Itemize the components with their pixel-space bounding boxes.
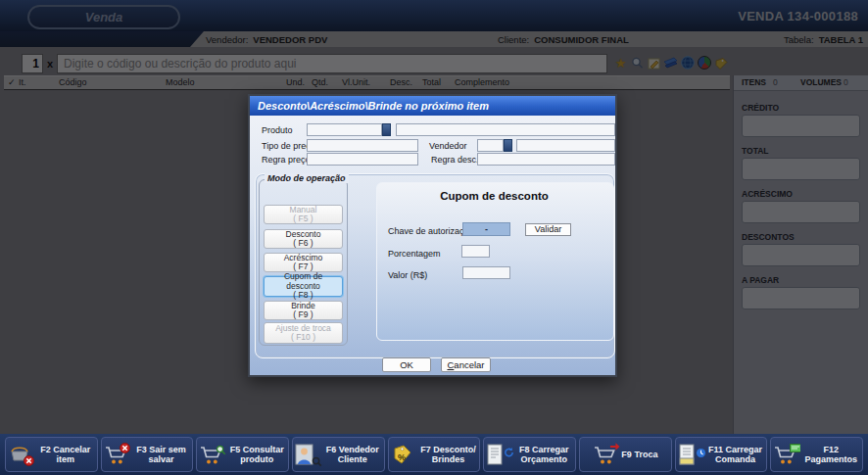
svg-text:%: %	[398, 452, 406, 462]
f3-sair-sem-salvar-button[interactable]: F3 Sair sem salvar	[101, 437, 194, 472]
button-text: F5 Consultar produto	[227, 445, 286, 464]
porcentagem-input[interactable]	[461, 245, 490, 258]
vendedor-name-input[interactable]	[516, 139, 615, 152]
produto-label: Produto	[262, 125, 293, 135]
button-text: F11 Carregar Comanda	[706, 445, 765, 464]
chave-autorizacao-label: Chave de autorização	[388, 226, 474, 236]
chave-autorizacao-input[interactable]	[462, 222, 510, 236]
f12-pagamentos-button[interactable]: F12 Pagamentos	[770, 437, 863, 472]
cart-cancel-icon	[104, 444, 128, 466]
vendedor-field-label: Vendedor	[429, 141, 467, 151]
button-text: F3 Sair sem salvar	[132, 445, 191, 464]
ok-button[interactable]: OK	[382, 357, 431, 372]
vendedor-code-input[interactable]	[477, 139, 504, 152]
produto-desc-input[interactable]	[396, 123, 615, 136]
discount-dialog: Desconto\Acréscimo\Brinde no próximo ite…	[248, 94, 617, 377]
cupom-heading: Cupom de desconto	[376, 190, 612, 202]
regra-preco-input[interactable]	[307, 153, 418, 166]
produto-code-input[interactable]	[307, 123, 382, 136]
valor-input[interactable]	[462, 266, 510, 279]
mode-desconto-button[interactable]: Desconto( F6 )	[264, 229, 343, 249]
tipo-preco-input[interactable]	[307, 139, 418, 152]
mode-ajuste-troca-button: Ajuste de troca( F10 )	[264, 322, 343, 344]
cupom-panel	[376, 182, 614, 341]
person-search-icon	[295, 444, 319, 466]
f2-cancelar-item-button[interactable]: F2 Cancelar item	[5, 437, 98, 472]
produto-lookup-button[interactable]	[382, 123, 391, 136]
valor-label: Valor (R$)	[388, 270, 427, 280]
regra-desc-input[interactable]	[477, 153, 615, 166]
dialog-body: Produto Tipo de preço Vendedor Regra pre…	[250, 116, 615, 375]
regra-desc-label: Regra desc.	[431, 155, 479, 165]
button-text: F7 Desconto/ Brindes	[419, 445, 478, 464]
cancel-button[interactable]: Cancelar	[441, 357, 491, 372]
mode-key: ( F8 )	[270, 291, 336, 301]
mode-brinde-button[interactable]: Brinde( F9 )	[264, 301, 343, 320]
dialog-title: Desconto\Acréscimo\Brinde no próximo ite…	[250, 96, 615, 116]
document-refresh-icon	[486, 444, 510, 466]
cart-search-icon	[199, 444, 223, 466]
mode-key: ( F6 )	[270, 239, 336, 249]
f8-carregar-orcamento-button[interactable]: F8 Carregar Orçamento	[483, 437, 576, 472]
f11-carregar-comanda-button[interactable]: F11 Carregar Comanda	[675, 437, 768, 472]
regra-preco-label: Regra preço	[262, 155, 311, 165]
button-text: F6 Vendedor Cliente	[323, 445, 382, 464]
mode-key: ( F9 )	[270, 310, 336, 320]
mode-key: ( F10 )	[270, 333, 336, 343]
cart-exchange-icon	[593, 444, 617, 466]
mode-acrescimo-button[interactable]: Acréscimo( F7 )	[264, 253, 343, 272]
cart-payment-icon	[773, 444, 797, 466]
f5-consultar-produto-button[interactable]: F5 Consultar produto	[196, 437, 289, 472]
porcentagem-label: Porcentagem	[388, 249, 441, 259]
validar-button[interactable]: Validar	[525, 223, 571, 236]
modo-operacao-group-label: Modo de operação	[265, 173, 349, 183]
basket-cancel-icon	[8, 444, 32, 466]
mode-key: ( F5 )	[270, 214, 336, 224]
function-key-toolbar: F2 Cancelar item F3 Sair sem salvar F5 C…	[0, 434, 868, 475]
mode-key: ( F7 )	[270, 262, 336, 272]
f9-troca-button[interactable]: F9 Troca	[579, 437, 672, 472]
button-text: F12 Pagamentos	[801, 445, 860, 464]
vendedor-lookup-button[interactable]	[504, 139, 512, 152]
mode-manual-button: Manual( F5 )	[264, 205, 343, 224]
button-text: F8 Carregar Orçamento	[514, 445, 573, 464]
pos-sale-screen: Venda VENDA 134-000188 Vendedor:VENDEDOR…	[0, 0, 868, 475]
document-clock-icon	[678, 444, 702, 466]
mode-cupom-button[interactable]: Cupom de desconto( F8 )	[264, 276, 343, 297]
button-text: F9 Troca	[621, 450, 657, 459]
f6-vendedor-cliente-button[interactable]: F6 Vendedor Cliente	[292, 437, 385, 472]
mode-label: Cupom de desconto	[270, 272, 336, 291]
f7-desconto-brindes-button[interactable]: % F7 Desconto/ Brindes	[388, 437, 481, 472]
button-text: F2 Cancelar item	[36, 445, 95, 464]
tag-percent-icon: %	[391, 444, 415, 466]
